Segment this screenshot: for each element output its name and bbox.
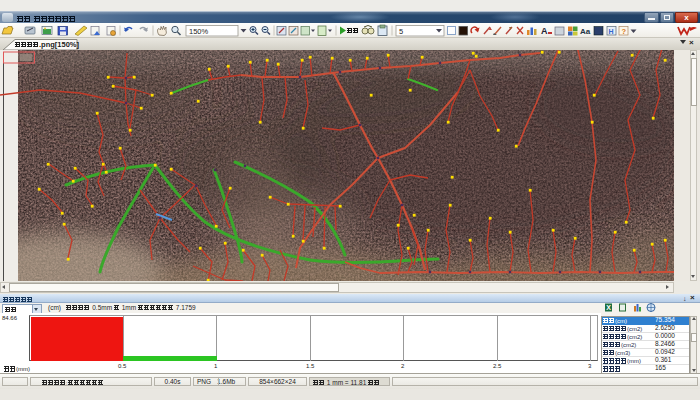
svg-text:150%: 150% <box>189 27 209 36</box>
svg-text:5: 5 <box>399 27 403 36</box>
svg-text:A: A <box>541 26 548 36</box>
svg-text:X: X <box>606 304 611 311</box>
svg-text:Aa: Aa <box>580 27 591 36</box>
svg-text:H: H <box>609 28 614 35</box>
svg-text:?: ? <box>622 27 627 36</box>
